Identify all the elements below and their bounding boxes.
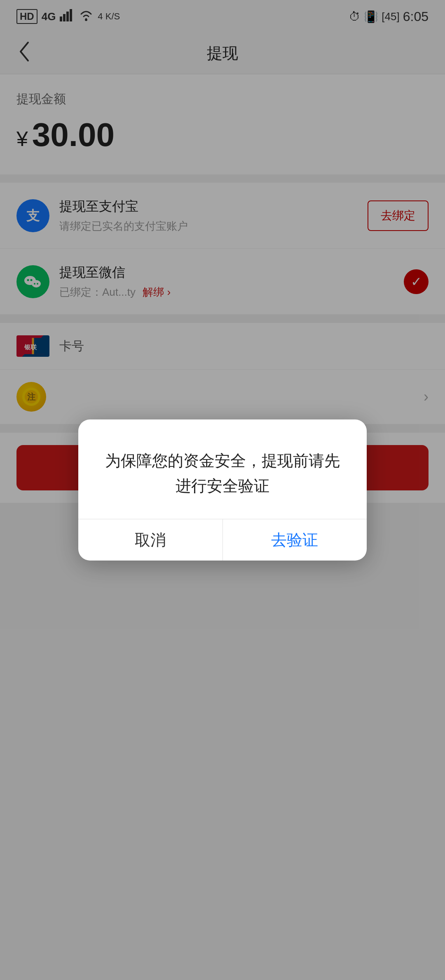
modal-overlay[interactable]: 为保障您的资金安全，提现前请先进行安全验证 取消 去验证 (0, 0, 445, 980)
dialog-body: 为保障您的资金安全，提现前请先进行安全验证 (78, 419, 367, 519)
dialog-confirm-button[interactable]: 去验证 (223, 519, 367, 561)
security-dialog: 为保障您的资金安全，提现前请先进行安全验证 取消 去验证 (78, 419, 367, 561)
dialog-message: 为保障您的资金安全，提现前请先进行安全验证 (99, 448, 346, 499)
dialog-actions: 取消 去验证 (78, 519, 367, 561)
dialog-cancel-button[interactable]: 取消 (78, 519, 223, 561)
